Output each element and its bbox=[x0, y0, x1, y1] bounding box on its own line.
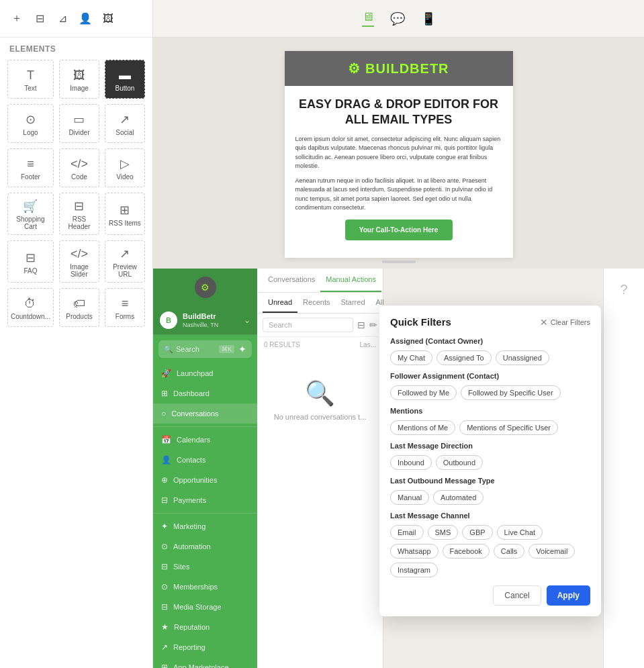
element-shopping-cart[interactable]: 🛒 Shopping Cart bbox=[7, 193, 54, 235]
qf-chip-automated[interactable]: Automated bbox=[433, 490, 484, 505]
element-rss-items[interactable]: ⊞ RSS Items bbox=[105, 193, 145, 235]
sidebar-item-marketing[interactable]: ✦ Marketing bbox=[153, 516, 257, 536]
qf-chip-sms[interactable]: SMS bbox=[428, 525, 459, 540]
qf-section-direction: Last Message Direction bbox=[390, 442, 590, 450]
qf-chip-followed-specific-user[interactable]: Followed by Specific User bbox=[461, 385, 561, 400]
tab-conversations-active[interactable]: Manual Actions bbox=[320, 269, 381, 292]
conv-search-input[interactable]: Search bbox=[263, 318, 353, 332]
qf-chip-outbound[interactable]: Outbound bbox=[436, 455, 483, 470]
forms-element-icon: ≡ bbox=[122, 297, 129, 311]
crm-new-icon[interactable]: ✦ bbox=[238, 344, 246, 354]
sidebar-item-opportunities[interactable]: ⊕ Opportunities bbox=[153, 470, 257, 490]
element-countdown-label: Countdown... bbox=[11, 313, 50, 320]
qf-chip-instagram[interactable]: Instagram bbox=[390, 563, 438, 577]
image-icon[interactable]: 🖼 bbox=[101, 11, 116, 26]
qf-chip-inbound[interactable]: Inbound bbox=[390, 455, 432, 470]
element-image[interactable]: 🖼 Image bbox=[59, 60, 99, 99]
qf-chip-facebook[interactable]: Facebook bbox=[443, 544, 490, 559]
shopping-cart-element-icon: 🛒 bbox=[23, 199, 38, 213]
filter-tab-recents[interactable]: Recents bbox=[297, 293, 335, 313]
users-icon[interactable]: 👤 bbox=[78, 11, 93, 26]
desktop-view-icon[interactable]: 🖥 bbox=[362, 10, 374, 27]
sidebar-item-automation[interactable]: ⊙ Automation bbox=[153, 536, 257, 557]
sidebar-item-dashboard[interactable]: ⊞ Dashboard bbox=[153, 383, 257, 403]
reputation-icon: ★ bbox=[161, 622, 169, 632]
sidebar-item-launchpad[interactable]: 🚀 Launchpad bbox=[153, 363, 257, 383]
qf-clear-button[interactable]: ✕ Clear Filters bbox=[540, 317, 590, 328]
qf-chip-followed-by-me[interactable]: Followed by Me bbox=[390, 385, 457, 400]
filter-icon[interactable]: ⊿ bbox=[55, 11, 70, 26]
sidebar-item-reporting-label: Reporting bbox=[173, 643, 205, 651]
element-countdown[interactable]: ⏱ Countdown... bbox=[7, 288, 54, 327]
left-panel: ＋ ⊟ ⊿ 👤 🖼 Elements T Text 🖼 Image ▬ Butt… bbox=[0, 0, 153, 668]
element-footer[interactable]: ≡ Footer bbox=[7, 148, 54, 187]
qf-chip-unassigned[interactable]: Unassigned bbox=[496, 350, 549, 365]
element-code[interactable]: </> Code bbox=[59, 148, 99, 187]
qf-chip-my-chat[interactable]: My Chat bbox=[390, 350, 432, 365]
element-button[interactable]: ▬ Button bbox=[105, 60, 145, 99]
sidebar-item-payments[interactable]: ⊟ Payments bbox=[153, 490, 257, 510]
crm-account-row[interactable]: B BuildBetr Nashville, TN ⌄ bbox=[153, 306, 257, 335]
tablet-view-icon[interactable]: 💬 bbox=[390, 11, 405, 26]
qf-chip-mentions-specific-user[interactable]: Mentions of Specific User bbox=[459, 420, 558, 435]
sidebar-item-memberships[interactable]: ⊙ Memberships bbox=[153, 577, 257, 597]
right-partial-panel: ? bbox=[603, 269, 644, 668]
sidebar-item-conversations[interactable]: ○ Conversations bbox=[153, 403, 257, 424]
qf-cancel-button[interactable]: Cancel bbox=[493, 585, 541, 606]
filter-tab-starred[interactable]: Starred bbox=[335, 293, 370, 313]
conv-edit-icon[interactable]: ✏ bbox=[369, 320, 377, 330]
crm-search-bar[interactable]: 🔍 Search ⌘K ✦ bbox=[158, 340, 252, 358]
element-video[interactable]: ▷ Video bbox=[105, 148, 145, 187]
qf-chip-gbp[interactable]: GBP bbox=[462, 525, 492, 540]
qf-chip-mentions-of-me[interactable]: Mentions of Me bbox=[390, 420, 455, 435]
qf-chip-whatsapp[interactable]: Whatsapp bbox=[390, 544, 439, 559]
add-icon[interactable]: ＋ bbox=[9, 11, 24, 26]
element-rss-header[interactable]: ⊟ RSS Header bbox=[59, 193, 99, 235]
sidebar-item-media-storage[interactable]: ⊟ Media Storage bbox=[153, 597, 257, 617]
crm-search-input[interactable]: Search bbox=[176, 345, 219, 353]
sidebar-item-reporting[interactable]: ↗ Reporting bbox=[153, 637, 257, 657]
element-video-label: Video bbox=[116, 173, 133, 181]
sidebar-item-app-marketplace[interactable]: ⊞ App Marketplace bbox=[153, 657, 257, 668]
contacts-icon: 👤 bbox=[161, 455, 171, 465]
divider-element-icon: ▭ bbox=[73, 112, 85, 127]
tab-conversations[interactable]: Conversations bbox=[263, 269, 320, 292]
qf-apply-button[interactable]: Apply bbox=[547, 585, 590, 606]
email-preview-area: ⚙ BUILDBETR EASY DRAG & DROP EDITOR FOR … bbox=[153, 38, 644, 269]
left-toolbar: ＋ ⊟ ⊿ 👤 🖼 bbox=[0, 0, 152, 38]
sidebar-item-sites[interactable]: ⊟ Sites bbox=[153, 557, 257, 577]
layers-icon[interactable]: ⊟ bbox=[32, 11, 47, 26]
qf-chip-voicemail[interactable]: Voicemail bbox=[528, 544, 575, 559]
email-top-toolbar: 🖥 💬 📱 bbox=[153, 0, 644, 38]
element-products[interactable]: 🏷 Products bbox=[59, 288, 99, 327]
element-forms[interactable]: ≡ Forms bbox=[105, 288, 145, 327]
qf-chip-live-chat[interactable]: Live Chat bbox=[497, 525, 543, 540]
mobile-view-icon[interactable]: 📱 bbox=[421, 11, 436, 26]
automation-icon: ⊙ bbox=[161, 542, 168, 551]
element-social[interactable]: ↗ Social bbox=[105, 104, 145, 143]
element-preview-url[interactable]: ↗ Preview URL bbox=[105, 240, 145, 283]
element-divider[interactable]: ▭ Divider bbox=[59, 104, 99, 143]
qf-chip-manual[interactable]: Manual bbox=[390, 490, 429, 505]
conv-filter-icon[interactable]: ⊟ bbox=[357, 320, 365, 330]
element-faq[interactable]: ⊟ FAQ bbox=[7, 240, 54, 283]
qf-chip-calls[interactable]: Calls bbox=[494, 544, 524, 559]
sidebar-item-reputation-label: Reputation bbox=[174, 623, 210, 631]
element-logo[interactable]: ⊙ Logo bbox=[7, 104, 54, 143]
qf-chips-follower: Followed by Me Followed by Specific User bbox=[390, 385, 590, 400]
tab-manual-actions[interactable]: Snippets bbox=[381, 269, 383, 292]
app-marketplace-icon: ⊞ bbox=[161, 663, 168, 668]
sidebar-item-reputation[interactable]: ★ Reputation bbox=[153, 617, 257, 637]
element-image-slider[interactable]: </> Image Slider bbox=[59, 240, 99, 283]
reporting-icon: ↗ bbox=[161, 642, 168, 652]
email-cta-button[interactable]: Your Call-To-Action Here bbox=[345, 220, 453, 240]
conv-empty-icon: 🔍 bbox=[305, 379, 335, 408]
element-text[interactable]: T Text bbox=[7, 60, 54, 99]
filter-tab-unread[interactable]: Unread bbox=[263, 293, 297, 313]
sidebar-item-contacts[interactable]: 👤 Contacts bbox=[153, 450, 257, 470]
qf-chip-email[interactable]: Email bbox=[390, 525, 424, 540]
conv-empty-text: No unread conversations t... bbox=[274, 413, 367, 421]
sidebar-item-calendars[interactable]: 📅 Calendars bbox=[153, 430, 257, 450]
qf-chip-assigned-to[interactable]: Assigned To bbox=[436, 350, 492, 365]
qf-header: Quick Filters ✕ Clear Filters bbox=[390, 316, 590, 328]
